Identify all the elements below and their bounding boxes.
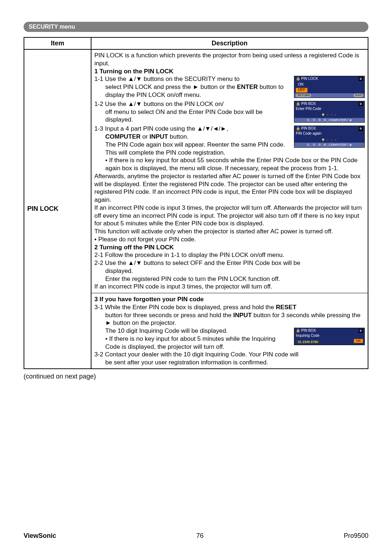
s1-bullet2: • Please do not forget your PIN code. <box>94 236 365 244</box>
divider <box>91 293 368 293</box>
osd-pinlock-title: 🔒 PIN LOCK <box>296 77 318 81</box>
item-name: PIN LOCK <box>24 49 91 369</box>
s3-l31a: 3-1 While the Enter PIN code box is disp… <box>94 304 276 311</box>
s2-l21: 2-1 Follow the procedure in 1-1 to displ… <box>94 251 365 259</box>
s1-bullet1: • If there is no key input for about 55 … <box>94 156 365 172</box>
col-description: Description <box>91 37 368 49</box>
osd-again-title: 🔒 PIN BOX <box>296 126 316 131</box>
s2-l22c: Enter the registered PIN code to turn th… <box>94 275 365 283</box>
osd-enter-sub: Enter PIN Code <box>294 107 364 111</box>
osd-inq-sub: Inquiring Code <box>294 334 364 338</box>
s2-l22b: displayed. <box>94 267 365 275</box>
osd-inq-title: 🔒 PIN BOX <box>296 328 316 333</box>
osd-on: ON <box>296 82 363 87</box>
pinlock-table: Item Description PIN LOCK PIN LOCK is a … <box>24 37 368 369</box>
s1-l13b-s1: COMPUTER <box>105 133 140 140</box>
close-icon: ⊗ <box>359 127 363 131</box>
page-footer: ViewSonic 76 Pro9500 <box>24 532 368 540</box>
s3-l32b: be sent after your user registration inf… <box>94 359 365 367</box>
s1-l11b: select PIN LOCK and press the ► button o… <box>105 83 237 90</box>
osd-again-sub: PIN Code again <box>294 131 364 136</box>
osd-enter-hint: ① , ② , ③ , ④ , COMPUTER / ⊕ <box>294 118 364 123</box>
s2-title: 2 Turning off the PIN LOCK <box>94 244 365 252</box>
osd-inq-ok: OK <box>354 339 363 343</box>
osd-again-hint: ① , ② , ③ , ④ , COMPUTER / ⊕ <box>294 143 364 147</box>
footer-page: 76 <box>196 532 204 540</box>
close-icon: ⊗ <box>359 102 363 106</box>
s1-para3: This function will activate only when th… <box>94 228 365 236</box>
osd-enter-title: 🔒 PIN BOX <box>296 102 316 106</box>
intro-text: PIN LOCK is a function which prevents th… <box>94 52 365 68</box>
osd-return: :RETURN <box>296 94 311 97</box>
osd-enter-dashes: ■ - - - <box>322 112 337 116</box>
osd-inquiring-dialog: 🔒 PIN BOX⊗ Inquiring Code 01 2345 6789 O… <box>294 328 365 345</box>
s3-l31b-strong: INPUT <box>233 312 252 319</box>
s3-l31b: button for three seconds or press and ho… <box>105 312 233 319</box>
osd-off: OFF <box>296 88 307 93</box>
menu-header: SECURITY menu <box>24 22 368 32</box>
osd-pinlock-dialog: 🔒 PIN LOCK⊗ ON OFF :RETURN:EXIT <box>294 76 365 98</box>
s1-l11c-strong: ENTER <box>237 83 258 90</box>
s2-l22a: 2-2 Use the ▲/▼ buttons to select OFF an… <box>94 259 365 267</box>
s1-l13b-s2: INPUT <box>150 133 168 140</box>
col-item: Item <box>24 37 91 49</box>
osd-again-dashes: ■ - - - <box>322 137 337 142</box>
s3-l32: 3-2 Contact your dealer with the 10 digi… <box>94 351 365 359</box>
osd-exit: :EXIT <box>354 94 363 97</box>
s1-para1: Afterwards, anytime the projector is res… <box>94 172 365 204</box>
osd-inq-code: 01 2345 6789 <box>296 340 320 344</box>
s1-para2: If an incorrect PIN code is input 3 time… <box>94 204 365 228</box>
s2-l23: If an incorrect PIN code is input 3 time… <box>94 283 365 291</box>
footer-model: Pro9500 <box>344 532 368 540</box>
s1-title: 1 Turning on the PIN LOCK <box>94 68 365 75</box>
s1-l13b-mid: or <box>140 133 150 140</box>
osd-pin-again-dialog: 🔒 PIN BOX⊗ PIN Code again ■ - - - ① , ② … <box>294 126 365 148</box>
close-icon: ⊗ <box>359 77 363 81</box>
close-icon: ⊗ <box>359 329 363 333</box>
s3-l31a-strong: RESET <box>276 304 297 311</box>
description-cell: PIN LOCK is a function which prevents th… <box>91 49 368 369</box>
osd-enter-pin-dialog: 🔒 PIN BOX⊗ Enter PIN Code ■ - - - ① , ② … <box>294 101 365 123</box>
s1-l13b-rest: button. <box>168 133 189 140</box>
footer-brand: ViewSonic <box>24 532 56 540</box>
continued-note: (continued on next page) <box>24 373 368 380</box>
s3-title: 3 If you have forgotten your PIN code <box>94 295 365 303</box>
